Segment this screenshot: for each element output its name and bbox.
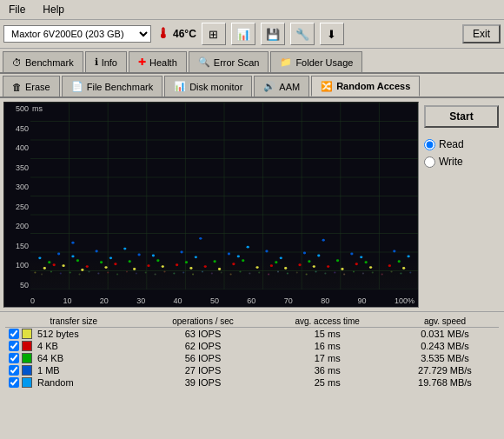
svg-point-86 (41, 273, 43, 275)
y-label-350: 350 (6, 163, 29, 172)
data-table-section: transfer size operations / sec avg. acce… (0, 311, 504, 392)
svg-point-125 (409, 271, 411, 273)
svg-point-119 (353, 271, 355, 273)
tab-benchmark[interactable]: ⏱ Benchmark (3, 51, 83, 72)
x-label-90: 90 (358, 296, 367, 305)
tab-disk-monitor[interactable]: 📊 Disk monitor (164, 76, 252, 96)
tab-file-benchmark[interactable]: 📄 File Benchmark (62, 76, 162, 96)
aam-icon: 🔊 (263, 81, 275, 92)
x-label-40: 40 (174, 296, 182, 305)
col-header-size: transfer size (5, 316, 143, 328)
svg-point-81 (407, 255, 409, 257)
tab-health[interactable]: ✚ Health (129, 51, 187, 72)
table-row: 1 MB 27 IOPS 36 ms 27.729 MB/s (5, 364, 499, 376)
x-label-30: 30 (136, 296, 145, 305)
row-ops-3: 27 IOPS (143, 364, 264, 376)
row-ops-0: 63 IOPS (143, 328, 264, 341)
svg-point-75 (152, 254, 155, 256)
col-header-access: avg. access time (263, 316, 391, 328)
file-benchmark-icon: 📄 (71, 81, 83, 92)
svg-point-85 (34, 271, 36, 273)
svg-point-92 (97, 272, 99, 274)
tab-folder-usage[interactable]: 📁 Folder Usage (270, 51, 362, 72)
row-color-4 (22, 377, 32, 388)
row-label-1: 4 KB (5, 340, 143, 352)
svg-point-102 (192, 273, 194, 275)
tab-random-access[interactable]: 🔀 Random Access (311, 76, 420, 96)
table-row: 64 KB 56 IOPS 17 ms 3.535 MB/s (5, 352, 499, 364)
svg-point-124 (400, 272, 401, 274)
start-button[interactable]: Start (424, 105, 499, 128)
y-label-100: 100 (6, 261, 29, 269)
x-label-20: 20 (100, 296, 109, 305)
svg-point-78 (280, 256, 282, 259)
random-access-icon: 🔀 (321, 81, 333, 92)
toolbar-btn-config[interactable]: 🔧 (290, 23, 315, 45)
tab-info[interactable]: ℹ Info (85, 51, 127, 72)
svg-point-91 (88, 271, 90, 273)
svg-point-77 (237, 255, 240, 257)
svg-point-74 (109, 256, 112, 259)
content-area: ms 500 450 400 350 300 250 200 150 100 5… (0, 98, 504, 311)
read-radio[interactable] (424, 139, 435, 150)
x-label-0: 0 (30, 296, 35, 305)
svg-point-109 (258, 271, 260, 273)
svg-point-68 (393, 250, 395, 253)
row-checkbox-4[interactable] (9, 377, 19, 388)
y-label-200: 200 (6, 222, 29, 230)
tab-aam[interactable]: 🔊 AAM (254, 76, 309, 96)
row-checkbox-0[interactable] (9, 329, 19, 339)
svg-point-70 (199, 237, 202, 240)
tab-error-scan[interactable]: 🔍 Error Scan (189, 51, 269, 72)
chart-x-labels: 0 10 20 30 40 50 60 70 80 90 100% (30, 289, 418, 307)
row-access-1: 16 ms (263, 340, 391, 352)
row-access-3: 36 ms (263, 364, 391, 376)
drive-select[interactable]: Maxtor 6V200E0 (203 GB) (3, 25, 151, 43)
tabs-row-1: ⏱ Benchmark ℹ Info ✚ Health 🔍 Error Scan… (0, 49, 504, 74)
svg-point-118 (343, 273, 345, 275)
toolbar-btn-2[interactable]: 📊 (231, 23, 255, 45)
col-header-ops: operations / sec (143, 316, 264, 328)
svg-point-101 (182, 271, 184, 273)
write-option[interactable]: Write (424, 156, 499, 168)
read-write-radio-group: Read Write (424, 138, 499, 168)
y-label-500: 500 (6, 104, 29, 113)
svg-point-100 (173, 272, 175, 274)
svg-point-72 (38, 256, 41, 259)
svg-point-90 (78, 273, 80, 275)
svg-point-82 (123, 248, 126, 250)
menu-help[interactable]: Help (37, 2, 70, 17)
row-ops-4: 39 IOPS (143, 376, 264, 389)
svg-point-88 (60, 272, 62, 274)
x-label-10: 10 (63, 296, 71, 305)
svg-point-96 (136, 272, 137, 274)
menu-file[interactable]: File (3, 2, 30, 17)
chart-y-labels: 500 450 400 350 300 250 200 150 100 50 (4, 103, 30, 289)
row-label-2: 64 KB (5, 352, 143, 364)
tab-erase[interactable]: 🗑 Erase (3, 76, 60, 96)
row-ops-1: 62 IOPS (143, 340, 264, 352)
toolbar-btn-1[interactable]: ⊞ (202, 23, 226, 45)
write-label: Write (439, 156, 463, 168)
read-option[interactable]: Read (424, 138, 499, 150)
read-label: Read (439, 138, 464, 150)
tabs-row-2: 🗑 Erase 📄 File Benchmark 📊 Disk monitor … (0, 74, 504, 98)
disk-monitor-icon: 📊 (174, 81, 186, 92)
svg-point-95 (126, 271, 128, 273)
write-radio[interactable] (424, 156, 435, 168)
toolbar-btn-save[interactable]: 💾 (261, 23, 285, 45)
svg-point-104 (211, 272, 213, 274)
row-checkbox-3[interactable] (9, 365, 19, 376)
svg-point-60 (57, 252, 60, 255)
row-checkbox-2[interactable] (9, 353, 19, 363)
table-row: Random 39 IOPS 25 ms 19.768 MB/s (5, 376, 499, 389)
svg-point-69 (71, 242, 74, 244)
exit-button[interactable]: Exit (462, 24, 501, 43)
svg-point-73 (71, 255, 74, 257)
row-access-2: 17 ms (263, 352, 391, 364)
svg-point-121 (372, 271, 374, 273)
row-checkbox-1[interactable] (9, 341, 19, 351)
toolbar-btn-down[interactable]: ⬇ (320, 23, 344, 45)
svg-point-99 (163, 271, 165, 273)
temperature-indicator: 🌡 46°C (156, 26, 196, 42)
